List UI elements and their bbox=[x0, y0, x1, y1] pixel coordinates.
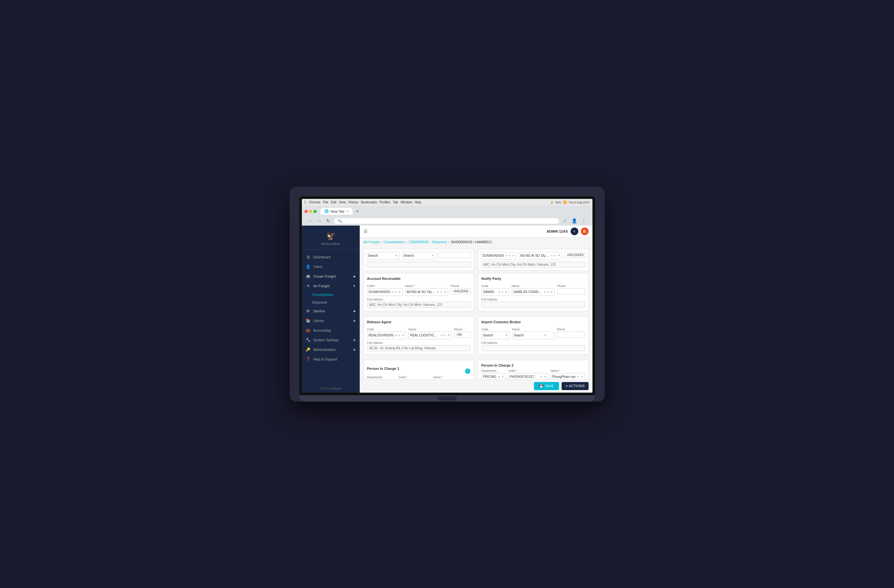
actions-icon: ≡ bbox=[565, 384, 567, 388]
menu-file[interactable]: File bbox=[323, 201, 328, 204]
menu-profiles[interactable]: Profiles bbox=[380, 201, 390, 204]
notify-party-card: Notify Party Code SAMAS ✕ ✎ bbox=[478, 273, 589, 311]
ra-code-clear[interactable]: ✕ bbox=[395, 334, 397, 337]
maximize-traffic-light[interactable] bbox=[313, 210, 317, 213]
np-name-clear[interactable]: ✕ bbox=[544, 291, 546, 294]
menu-history[interactable]: History bbox=[349, 201, 358, 204]
menu-chrome[interactable]: Chrome bbox=[309, 201, 320, 204]
ar-code-edit[interactable]: ✎ bbox=[394, 291, 397, 294]
sidebar-item-accounting[interactable]: 💼 Accounting bbox=[302, 326, 360, 335]
notification-bell[interactable]: 🔔 bbox=[581, 228, 589, 235]
ar-phone-input[interactable] bbox=[451, 288, 470, 294]
icb-name-input[interactable]: Search ▼ bbox=[512, 332, 554, 339]
sidebar-item-system-settings[interactable]: 🔧 System Settings ▶ bbox=[302, 335, 360, 345]
menu-bookmarks[interactable]: Bookmarks bbox=[361, 201, 377, 204]
minimize-traffic-light[interactable] bbox=[309, 210, 312, 213]
ra-name-clear[interactable]: ✕ bbox=[440, 334, 443, 337]
breadcrumb-air-freight[interactable]: Air Freight bbox=[364, 240, 380, 244]
menu-view[interactable]: View bbox=[339, 201, 346, 204]
profile-button[interactable]: 👤 bbox=[570, 217, 578, 224]
search-input-1[interactable]: Search ▼ bbox=[367, 252, 400, 259]
pic2-code-clear[interactable]: ✕ bbox=[540, 375, 543, 378]
sidebar-item-shipment[interactable]: Shipment bbox=[304, 299, 360, 306]
np-code-clear[interactable]: ✕ bbox=[498, 291, 500, 294]
np-code-label: Code bbox=[482, 284, 509, 288]
np-code-input[interactable]: SAMAS ✕ ✎ ▼ bbox=[482, 288, 509, 296]
ra-form-row: Code REALOGVNSGN ✕ ✎ ▼ bbox=[367, 328, 471, 339]
consignee-code-edit[interactable]: ✎ bbox=[508, 254, 511, 257]
release-agent-title: Release Agent bbox=[367, 320, 471, 325]
ra-code-input[interactable]: REALOGVNSGN ✕ ✎ ▼ bbox=[367, 332, 406, 339]
ar-name-input[interactable]: ĐỨNG AI SỬ DỤNG CLIENT ... ✕ ✎ ▼ bbox=[405, 288, 448, 296]
breadcrumb-cai[interactable]: CAI0000026 bbox=[409, 240, 428, 244]
sidebar-item-label-client: Client bbox=[313, 265, 322, 268]
search-input-2[interactable]: Search ▼ bbox=[402, 252, 435, 259]
actions-button[interactable]: ≡ ACTIONS bbox=[562, 382, 588, 390]
pic2-dept-clear[interactable]: ✕ bbox=[498, 375, 500, 378]
menu-tab[interactable]: Tab bbox=[393, 201, 398, 204]
save-button[interactable]: 💾 SAVE bbox=[534, 382, 559, 390]
back-button[interactable]: ← bbox=[307, 217, 314, 224]
ar-code-clear[interactable]: ✕ bbox=[391, 291, 394, 294]
np-full-address-input[interactable] bbox=[482, 302, 585, 308]
consignee-name-edit[interactable]: ✎ bbox=[554, 254, 556, 257]
menu-edit[interactable]: Edit bbox=[331, 201, 336, 204]
breadcrumb: Air Freight › Consolidation › CAI0000026… bbox=[360, 237, 592, 246]
sidebar-item-dashboard[interactable]: ⊞ Dashboard bbox=[302, 252, 360, 262]
menu-help[interactable]: Help bbox=[415, 201, 421, 204]
icb-full-address-input[interactable] bbox=[482, 345, 585, 351]
consignee-phone-input[interactable] bbox=[565, 252, 585, 258]
sidebar-item-service[interactable]: ⚙ Service ▶ bbox=[302, 306, 360, 316]
more-button[interactable]: ⋮ bbox=[580, 217, 587, 224]
np-name-input[interactable]: SAME AS CONSIGNEE ✕ ✎ ▼ bbox=[512, 288, 555, 296]
consignee-name-clear[interactable]: ✕ bbox=[551, 254, 553, 257]
ra-name-edit[interactable]: ✎ bbox=[444, 334, 446, 337]
pic2-name-clear[interactable]: ✕ bbox=[577, 375, 580, 378]
full-address-input-top-left[interactable] bbox=[367, 262, 471, 268]
consignee-full-address-input[interactable] bbox=[481, 262, 586, 268]
consignee-code-clear[interactable]: ✕ bbox=[505, 254, 507, 257]
search-form-row-right: DUNAIVNSGN ✕ ✎ ▼ bbox=[481, 252, 586, 259]
sidebar-item-label-dashboard: Dashboard bbox=[313, 255, 331, 259]
hamburger-button[interactable]: ☰ bbox=[364, 229, 368, 234]
close-traffic-light[interactable] bbox=[304, 210, 308, 213]
np-name-edit[interactable]: ✎ bbox=[547, 291, 550, 294]
sidebar-item-help-support[interactable]: ❓ Help & Support bbox=[302, 354, 360, 364]
sidebar-item-consolidation[interactable]: Consolidation bbox=[304, 291, 360, 299]
tab-close-button[interactable]: ✕ bbox=[346, 210, 349, 213]
apple-menu[interactable]:  bbox=[304, 200, 306, 205]
ar-name-clear[interactable]: ✕ bbox=[437, 291, 439, 294]
pic1-add-button[interactable]: + bbox=[465, 369, 470, 374]
ra-name-input[interactable]: REAL LOGISTICS CO.LTD ✕ ✎ ▼ bbox=[409, 332, 452, 339]
sidebar-item-client[interactable]: 👤 Client bbox=[302, 262, 360, 271]
bookmark-button[interactable]: ☆ bbox=[562, 217, 568, 224]
consignee-name-field: ĐỨNG AI SỬ DỤNG CLIENT ... ✕ ✎ ▼ bbox=[519, 252, 562, 259]
menu-window[interactable]: Window bbox=[400, 201, 412, 204]
ra-phone-input[interactable] bbox=[454, 332, 471, 338]
ra-code-edit[interactable]: ✎ bbox=[398, 334, 400, 337]
icb-phone-input[interactable] bbox=[557, 332, 585, 338]
breadcrumb-shipment[interactable]: Shipment bbox=[432, 240, 447, 244]
sidebar-item-air-freight[interactable]: ✈ Air Freight ▼ bbox=[302, 281, 360, 291]
consignee-name-input[interactable]: ĐỨNG AI SỬ DỤNG CLIENT ... ✕ ✎ ▼ bbox=[519, 252, 562, 259]
icb-code-input[interactable]: Search ▼ bbox=[482, 332, 509, 339]
sidebar-item-library[interactable]: 📚 Library ▶ bbox=[302, 316, 360, 326]
np-phone-input[interactable] bbox=[557, 288, 585, 294]
chrome-tab-active[interactable]: 🌐 New Tab ✕ bbox=[320, 208, 353, 215]
breadcrumb-consolidation[interactable]: Consolidation bbox=[384, 240, 405, 244]
address-bar[interactable]: 🔍 bbox=[333, 217, 560, 224]
ar-full-address-input[interactable] bbox=[367, 302, 471, 308]
ra-full-address-input[interactable] bbox=[367, 345, 471, 351]
phone-input-top[interactable] bbox=[438, 252, 471, 258]
sidebar-item-administration[interactable]: 🔑 Administration ▶ bbox=[302, 345, 360, 354]
reload-button[interactable]: ↻ bbox=[325, 217, 331, 224]
new-tab-button[interactable]: + bbox=[354, 208, 361, 215]
forward-button[interactable]: → bbox=[316, 217, 323, 224]
np-code-edit[interactable]: ✎ bbox=[501, 291, 504, 294]
ar-name-edit[interactable]: ✎ bbox=[440, 291, 442, 294]
sidebar-item-label-shipment: Shipment bbox=[312, 300, 327, 304]
consignee-code-input[interactable]: DUNAIVNSGN ✕ ✎ ▼ bbox=[481, 252, 516, 259]
sidebar-item-ocean-freight[interactable]: 🚢 Ocean Freight ▶ bbox=[302, 271, 360, 281]
menubar-right: 🔋 20% 📶 Tue 6 Aug 15:57 bbox=[550, 201, 590, 204]
ar-code-input[interactable]: DUNAIVNSGN ✕ ✎ ▼ bbox=[367, 288, 403, 296]
